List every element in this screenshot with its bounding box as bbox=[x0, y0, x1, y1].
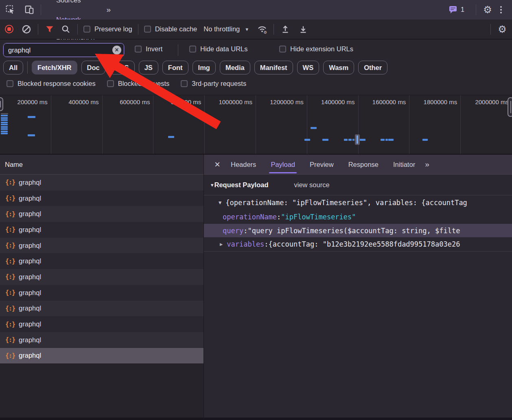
blocked-filter[interactable]: Blocked requests bbox=[107, 80, 170, 88]
request-type-chips: All Fetch/XHRDocCSSJSFontImgMediaManifes… bbox=[3, 61, 387, 74]
request-type-chip[interactable]: Doc bbox=[81, 61, 105, 74]
blocked-filter[interactable]: 3rd-party requests bbox=[181, 80, 246, 88]
json-request-icon: {:} bbox=[5, 195, 15, 202]
request-type-chip[interactable]: WS bbox=[297, 61, 319, 74]
divider bbox=[178, 44, 178, 56]
expand-triangle-icon[interactable]: ▼ bbox=[219, 200, 221, 206]
details-tab-bar: × HeadersPayloadPreviewResponseInitiator… bbox=[204, 155, 512, 175]
request-row[interactable]: {:} graphql bbox=[0, 238, 203, 254]
details-tab[interactable]: Payload bbox=[271, 155, 295, 175]
blocked-filter-checkbox[interactable] bbox=[181, 80, 188, 87]
waterfall-bar bbox=[355, 134, 360, 145]
clear-network-log-button[interactable] bbox=[21, 24, 32, 35]
request-name: graphql bbox=[19, 352, 41, 359]
import-har-icon[interactable] bbox=[280, 24, 291, 35]
network-overview-timeline[interactable]: 200000 ms400000 ms600000 ms800000 ms1000… bbox=[0, 95, 512, 154]
network-settings-gear-icon[interactable]: ⚙ bbox=[497, 24, 508, 35]
kebab-menu-icon[interactable] bbox=[496, 6, 506, 13]
details-tabs: HeadersPayloadPreviewResponseInitiator bbox=[223, 155, 422, 175]
disable-cache-checkbox[interactable] bbox=[144, 26, 151, 33]
request-type-chip[interactable]: Other bbox=[358, 61, 387, 74]
request-row[interactable]: {:} graphql bbox=[0, 222, 203, 238]
inspect-element-icon[interactable] bbox=[5, 4, 16, 15]
request-type-chip[interactable]: Fetch/XHR bbox=[32, 61, 77, 74]
record-network-log-button[interactable] bbox=[5, 25, 13, 33]
chip-all[interactable]: All bbox=[3, 61, 23, 74]
network-conditions-icon[interactable]: ⚙ bbox=[256, 24, 268, 35]
request-row[interactable]: {:} graphql bbox=[0, 206, 203, 222]
more-panels-icon[interactable]: » bbox=[104, 5, 112, 14]
waterfall-bar bbox=[360, 139, 365, 141]
request-type-chip[interactable]: Wasm bbox=[323, 61, 354, 74]
hide-extension-urls-checkbox[interactable] bbox=[279, 46, 286, 52]
divider bbox=[38, 24, 38, 35]
more-tabs-icon[interactable]: » bbox=[422, 160, 431, 169]
request-name: graphql bbox=[19, 257, 41, 265]
request-row[interactable]: {:} graphql bbox=[0, 253, 203, 269]
preserve-log-checkbox[interactable] bbox=[83, 26, 90, 33]
payload-key-variables: variables bbox=[227, 240, 264, 248]
request-type-chip[interactable]: CSS bbox=[109, 61, 135, 74]
request-row[interactable]: {:} graphql bbox=[0, 175, 203, 190]
export-har-icon[interactable] bbox=[298, 24, 309, 35]
details-tab[interactable]: Initiator bbox=[393, 155, 415, 175]
request-row[interactable]: {:} graphql bbox=[0, 285, 203, 301]
settings-gear-icon[interactable]: ⚙ bbox=[482, 4, 493, 15]
overview-left-handle[interactable] bbox=[0, 97, 3, 111]
svg-text:⚙: ⚙ bbox=[264, 30, 267, 34]
filter-input-value: graphql bbox=[4, 46, 31, 54]
filter-input[interactable]: graphql × bbox=[3, 43, 124, 57]
request-type-chip[interactable]: Img bbox=[193, 61, 216, 74]
bottom-edge bbox=[0, 418, 512, 420]
request-name: graphql bbox=[19, 304, 41, 312]
request-name: graphql bbox=[19, 336, 41, 344]
colon-separator: : bbox=[277, 213, 281, 221]
request-row[interactable]: {:} graphql bbox=[0, 332, 203, 348]
blocked-filter[interactable]: Blocked response cookies bbox=[7, 80, 96, 88]
device-toolbar-icon[interactable] bbox=[24, 4, 35, 15]
blocked-filter-checkbox[interactable] bbox=[7, 80, 13, 87]
json-request-icon: {:} bbox=[5, 179, 15, 186]
waterfall-bar bbox=[28, 134, 35, 136]
json-request-icon: {:} bbox=[5, 273, 15, 280]
invert-checkbox[interactable] bbox=[135, 46, 142, 52]
details-tab[interactable]: Preview bbox=[310, 155, 334, 175]
view-source-link[interactable]: view source bbox=[294, 181, 330, 189]
blocked-filter-checkbox[interactable] bbox=[107, 80, 114, 87]
blocked-filter-label: 3rd-party requests bbox=[192, 80, 246, 88]
request-type-chip[interactable]: Manifest bbox=[254, 61, 293, 74]
request-type-chip[interactable]: JS bbox=[139, 61, 158, 74]
request-row[interactable]: {:} graphql bbox=[0, 190, 203, 206]
name-column-header[interactable]: Name bbox=[0, 155, 203, 175]
details-tab[interactable]: Response bbox=[348, 155, 379, 175]
preserve-log-label: Preserve log bbox=[94, 25, 132, 33]
overview-right-handle[interactable] bbox=[508, 97, 512, 117]
hide-data-urls-checkbox[interactable] bbox=[189, 46, 196, 52]
request-row[interactable]: {:} graphql bbox=[0, 301, 203, 317]
panel-tab[interactable]: Sources bbox=[52, 0, 98, 10]
filter-funnel-icon[interactable] bbox=[44, 24, 55, 35]
waterfall-bar bbox=[344, 139, 348, 141]
throttling-dropdown[interactable]: No throttling ▼ bbox=[203, 25, 249, 33]
clear-filter-icon[interactable]: × bbox=[112, 46, 121, 55]
waterfall-bar bbox=[1, 124, 8, 125]
request-row[interactable]: {:} graphql bbox=[0, 269, 203, 285]
expand-triangle-icon[interactable]: ▶ bbox=[220, 241, 223, 247]
request-name: graphql bbox=[19, 320, 41, 328]
request-type-chip[interactable]: Font bbox=[162, 61, 188, 74]
chevron-down-icon: ▼ bbox=[245, 27, 249, 32]
request-row[interactable]: {:} graphql bbox=[0, 348, 203, 364]
request-rows: {:} graphql {:} graphql {:} graphql {:} … bbox=[0, 175, 203, 363]
payload-query-row[interactable]: query: "query ipFlowTimeseries($accountT… bbox=[204, 224, 512, 237]
json-request-icon: {:} bbox=[5, 352, 15, 359]
details-tab[interactable]: Headers bbox=[231, 155, 256, 175]
close-icon[interactable]: × bbox=[211, 160, 223, 169]
devtools-top-bar: ElementsConsoleSourcesNetworkPerformance… bbox=[0, 0, 512, 20]
issues-counter[interactable]: 1 bbox=[449, 6, 464, 14]
search-icon[interactable] bbox=[60, 24, 72, 35]
request-type-chip[interactable]: Media bbox=[220, 61, 250, 74]
request-row[interactable]: {:} graphql bbox=[0, 316, 203, 332]
collapse-triangle-icon[interactable]: ▾ bbox=[211, 182, 214, 188]
json-request-icon: {:} bbox=[5, 305, 15, 312]
request-name: graphql bbox=[19, 195, 41, 202]
